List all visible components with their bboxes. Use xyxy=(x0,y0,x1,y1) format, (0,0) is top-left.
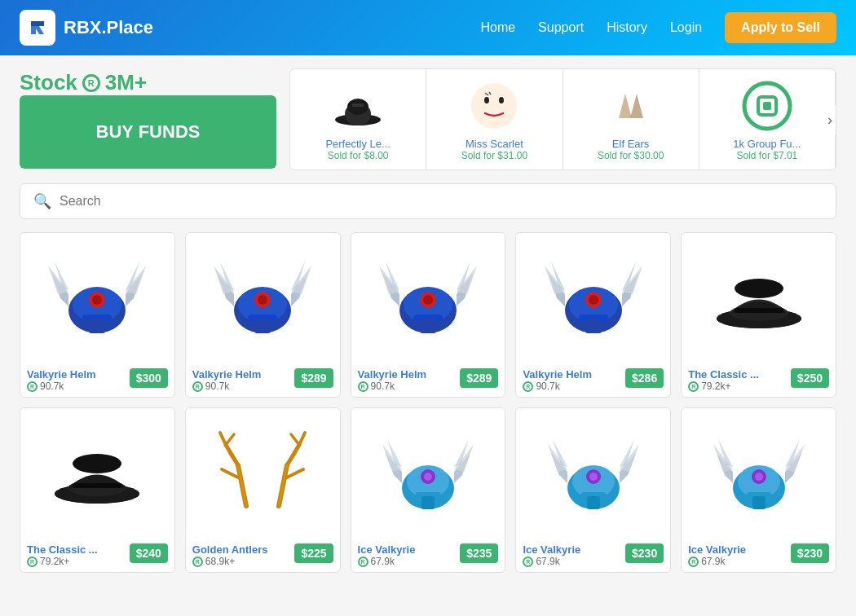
robux-icon: R xyxy=(82,74,100,92)
stock-icon-3: R xyxy=(523,381,533,392)
sale-item-3[interactable]: 1k Group Fu... Sold for $7.01 xyxy=(699,69,836,169)
item-info-0: Valkyrie Helm R 90.7k $300 xyxy=(20,363,174,397)
item-details-5: The Classic ... R 79.2k+ xyxy=(27,543,130,567)
svg-marker-123 xyxy=(713,444,733,472)
sale-name-3: 1k Group Fu... xyxy=(733,138,801,150)
search-input[interactable] xyxy=(60,194,823,209)
item-card-3[interactable]: Valkyrie Helm R 90.7k $286 xyxy=(515,232,671,398)
item-details-6: Golden Antlers R 68.9k+ xyxy=(192,543,295,567)
sale-name-0: Perfectly Le... xyxy=(325,138,390,150)
svg-rect-40 xyxy=(254,319,271,333)
sale-image-1 xyxy=(466,77,523,134)
svg-line-88 xyxy=(291,434,299,445)
item-stock-7: R 67.9k xyxy=(358,556,461,567)
item-details-7: Ice Valkyrie R 67.9k xyxy=(358,543,461,567)
svg-rect-129 xyxy=(752,496,766,509)
nav-history[interactable]: History xyxy=(607,20,647,35)
sale-price-1: Sold for $31.00 xyxy=(461,150,527,161)
nav-login[interactable]: Login xyxy=(670,20,702,35)
item-name-3: Valkyrie Helm xyxy=(523,368,625,381)
svg-rect-14 xyxy=(763,102,771,110)
item-name-4: The Classic ... xyxy=(688,368,791,381)
svg-point-70 xyxy=(735,279,783,298)
svg-rect-3 xyxy=(352,103,364,107)
stock-val-8: 67.9k xyxy=(536,556,559,567)
stock-val-5: 79.2k+ xyxy=(40,556,69,567)
item-info-9: Ice Valkyrie R 67.9k $230 xyxy=(682,539,836,572)
buy-funds-button[interactable]: BUY FUNDS xyxy=(20,95,276,169)
item-stock-9: R 67.9k xyxy=(688,556,791,567)
item-info-7: Ice Valkyrie R 67.9k $235 xyxy=(351,539,505,572)
item-img-2 xyxy=(351,233,505,363)
carousel-next-button[interactable]: › xyxy=(824,104,836,134)
item-card-8[interactable]: Ice Valkyrie R 67.9k $230 xyxy=(515,407,671,573)
item-card-4[interactable]: The Classic ... R 79.2k+ $250 xyxy=(681,232,836,398)
item-details-3: Valkyrie Helm R 90.7k xyxy=(523,368,625,392)
item-details-2: Valkyrie Helm R 90.7k xyxy=(358,368,461,392)
item-img-8 xyxy=(516,408,670,539)
stock-icon-9: R xyxy=(688,557,699,567)
svg-rect-76 xyxy=(73,483,121,488)
item-price-6: $225 xyxy=(294,543,333,563)
sale-image-3 xyxy=(739,77,796,134)
item-card-0[interactable]: Valkyrie Helm R 90.7k $300 xyxy=(20,232,175,398)
item-details-9: Ice Valkyrie R 67.9k xyxy=(688,543,791,567)
stock-val-1: 90.7k xyxy=(205,381,229,392)
item-card-7[interactable]: Ice Valkyrie R 67.9k $235 xyxy=(351,407,506,573)
stock-icon-2: R xyxy=(358,381,368,392)
sale-price-2: Sold for $30.00 xyxy=(598,150,664,161)
item-card-6[interactable]: Golden Antlers R 68.9k+ $225 xyxy=(185,407,341,573)
item-price-0: $300 xyxy=(130,368,168,388)
stock-row: Stock R 3M+ BUY FUNDS Perfectly Le... xyxy=(20,68,836,170)
sale-price-3: Sold for $7.01 xyxy=(737,150,798,161)
item-details-1: Valkyrie Helm R 90.7k xyxy=(192,368,295,392)
sale-image-0 xyxy=(329,77,386,134)
item-price-3: $286 xyxy=(625,368,664,388)
nav-home[interactable]: Home xyxy=(480,20,515,35)
apply-to-sell-button[interactable]: Apply to Sell xyxy=(725,12,836,43)
svg-rect-53 xyxy=(420,319,436,333)
item-name-2: Valkyrie Helm xyxy=(358,368,461,381)
svg-line-82 xyxy=(226,434,234,445)
svg-rect-103 xyxy=(421,496,435,509)
svg-line-86 xyxy=(287,469,303,477)
svg-line-81 xyxy=(220,433,226,445)
item-name-1: Valkyrie Helm xyxy=(192,368,295,381)
nav-support[interactable]: Support xyxy=(538,20,584,35)
item-stock-8: R 67.9k xyxy=(523,556,625,567)
item-card-1[interactable]: Valkyrie Helm R 90.7k $289 xyxy=(185,232,341,398)
item-name-0: Valkyrie Helm xyxy=(27,368,130,381)
stock-val-3: 90.7k xyxy=(536,381,559,392)
item-img-6 xyxy=(186,408,340,539)
item-card-2[interactable]: Valkyrie Helm R 90.7k $289 xyxy=(351,232,506,398)
logo-area: RBX.Place xyxy=(20,10,153,46)
svg-marker-97 xyxy=(382,444,402,472)
svg-line-87 xyxy=(299,433,305,445)
header: RBX.Place Home Support History Login App… xyxy=(0,0,856,55)
sale-item-1[interactable]: Miss Scarlet Sold for $31.00 xyxy=(426,69,563,169)
svg-point-108 xyxy=(589,473,598,481)
sale-item-2[interactable]: Elf Ears Sold for $30.00 xyxy=(563,69,699,169)
item-img-4 xyxy=(682,233,836,363)
item-details-4: The Classic ... R 79.2k+ xyxy=(688,368,791,392)
stock-icon-1: R xyxy=(192,381,203,392)
svg-line-80 xyxy=(222,469,238,477)
stock-val-4: 79.2k+ xyxy=(701,381,730,392)
item-price-4: $250 xyxy=(791,368,829,388)
item-card-5[interactable]: The Classic ... R 79.2k+ $240 xyxy=(20,407,175,573)
svg-point-32 xyxy=(258,295,267,305)
svg-point-121 xyxy=(755,473,763,481)
recent-sales: Perfectly Le... Sold for $8.00 Miss Scar… xyxy=(289,68,836,170)
svg-marker-100 xyxy=(454,444,474,472)
item-price-8: $230 xyxy=(625,543,664,563)
svg-rect-27 xyxy=(89,319,105,333)
item-stock-2: R 90.7k xyxy=(358,381,461,392)
sale-name-2: Elf Ears xyxy=(612,138,650,150)
stock-val-6: 68.9k+ xyxy=(205,556,235,567)
item-stock-5: R 79.2k+ xyxy=(27,556,130,567)
item-info-4: The Classic ... R 79.2k+ $250 xyxy=(682,363,836,397)
items-grid: Valkyrie Helm R 90.7k $300 xyxy=(20,232,836,573)
sale-item-0[interactable]: Perfectly Le... Sold for $8.00 xyxy=(290,69,426,169)
search-icon: 🔍 xyxy=(33,192,51,210)
item-card-9[interactable]: Ice Valkyrie R 67.9k $230 xyxy=(681,407,836,573)
